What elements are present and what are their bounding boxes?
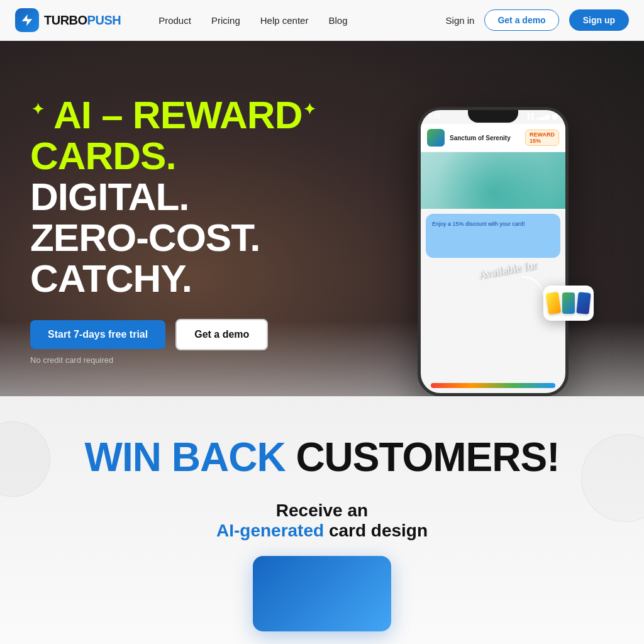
- headline-ai-reward: ✦ AI – REWARD✦: [30, 93, 316, 136]
- reward-badge: REWARD 15%: [525, 130, 559, 146]
- receive-heading: Receive an AI-generated card design: [216, 501, 428, 541]
- logo-icon: [15, 8, 39, 32]
- phone-card-header: Sanctum of Serenity REWARD 15%: [421, 124, 565, 152]
- signup-button[interactable]: Sign up: [569, 9, 629, 31]
- logo-push-text: PUSH: [87, 13, 121, 27]
- phone-discount-card: Enjoy a 15% discount with your card!: [426, 214, 560, 258]
- logo[interactable]: TURBOPUSH: [15, 8, 121, 32]
- phone-venue-image: [421, 152, 565, 209]
- headline-zero-cost: ZERO-COST.: [30, 216, 260, 259]
- nav-help-center[interactable]: Help center: [260, 15, 309, 26]
- card-preview: [253, 556, 391, 631]
- win-back-heading: WIN BACK CUSTOMERS!: [85, 434, 560, 480]
- hero-headline: ✦ AI – REWARD✦ CARDS. DIGITAL. ZERO-COST…: [30, 94, 332, 299]
- receive-subheading: AI-generated card design: [216, 521, 428, 540]
- ai-generated-text: AI-generated: [216, 521, 324, 540]
- nav-links: Product Pricing Help center Blog: [158, 15, 445, 26]
- discount-text: Enjoy a 15% discount with your card!: [432, 220, 554, 228]
- hero-buttons: Start 7-days free trial Get a demo: [30, 319, 332, 350]
- svg-marker-0: [22, 14, 33, 26]
- phone-notch: [468, 110, 518, 123]
- card-design-text: card design: [324, 521, 428, 540]
- nav-right: Sign in Get a demo Sign up: [446, 9, 629, 31]
- phone-mockup-wrap: 9:41 ▌▌ ▂▄▆ ⬤ Sanctum of Serenity REWARD…: [380, 69, 606, 396]
- nav-pricing[interactable]: Pricing: [211, 15, 240, 26]
- navbar: TURBOPUSH Product Pricing Help center Bl…: [0, 0, 644, 41]
- phone-status-icons: ▌▌ ▂▄▆ ⬤: [528, 113, 558, 119]
- headline-cards: CARDS.: [30, 134, 176, 177]
- section-win-back: WIN BACK CUSTOMERS! Receive an AI-genera…: [0, 396, 644, 644]
- wallet-card-2: [562, 292, 575, 314]
- phone-business-name: Sanctum of Serenity: [450, 135, 511, 142]
- phone-time: 9:41: [428, 113, 441, 119]
- signin-link[interactable]: Sign in: [446, 15, 475, 26]
- demo-button-hero[interactable]: Get a demo: [175, 319, 268, 350]
- hero-content: ✦ AI – REWARD✦ CARDS. DIGITAL. ZERO-COST…: [0, 57, 644, 396]
- wallet-card-3: [576, 292, 591, 314]
- reward-label: REWARD: [530, 131, 555, 138]
- trial-button[interactable]: Start 7-days free trial: [30, 320, 165, 349]
- customers-text: CUSTOMERS!: [296, 435, 559, 480]
- wallet-card-1: [546, 292, 562, 314]
- sparkle-icon: ✦: [31, 101, 43, 117]
- wallet-badge: [543, 286, 594, 321]
- phone-business-avatar: [427, 129, 445, 147]
- reward-pct: 15%: [530, 138, 541, 144]
- phone-mockup: 9:41 ▌▌ ▂▄▆ ⬤ Sanctum of Serenity REWARD…: [418, 107, 569, 396]
- hero-section: ✦ AI – REWARD✦ CARDS. DIGITAL. ZERO-COST…: [0, 0, 644, 396]
- phone-screen: Sanctum of Serenity REWARD 15% Enjoy a 1…: [421, 110, 565, 393]
- headline-digital: DIGITAL.: [30, 175, 189, 218]
- phone-color-bar: [431, 383, 555, 388]
- headline-catchy: CATCHY.: [30, 257, 192, 300]
- deco-circle-left: [0, 421, 50, 497]
- logo-turbo-text: TURBO: [44, 13, 87, 27]
- win-back-text: WIN BACK: [85, 435, 286, 480]
- sparkle2-icon: ✦: [303, 101, 315, 117]
- get-demo-button-nav[interactable]: Get a demo: [484, 9, 558, 31]
- receive-line1: Receive an: [276, 501, 368, 520]
- deco-circle-right: [581, 434, 644, 522]
- nav-product[interactable]: Product: [158, 15, 191, 26]
- no-credit-card-text: No credit card required: [30, 355, 332, 365]
- hero-text: ✦ AI – REWARD✦ CARDS. DIGITAL. ZERO-COST…: [30, 94, 332, 365]
- nav-blog[interactable]: Blog: [328, 15, 347, 26]
